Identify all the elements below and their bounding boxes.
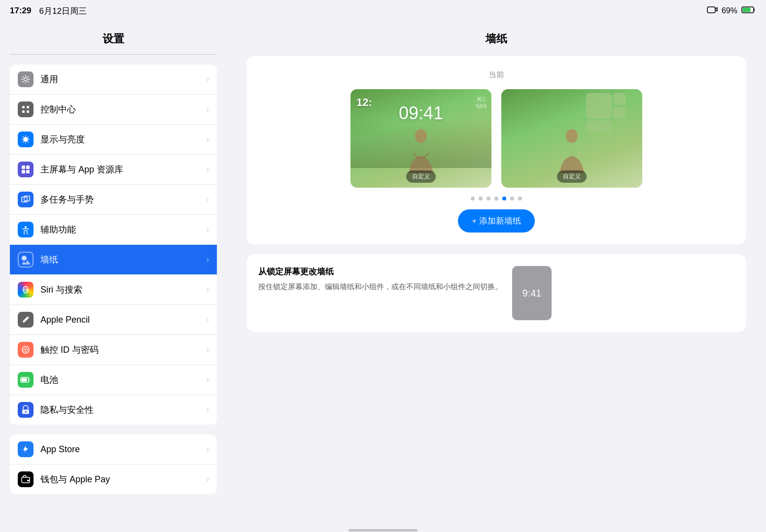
siri-label: Siri 与搜索 xyxy=(40,284,82,296)
sidebar-item-general[interactable]: 通用 › xyxy=(10,65,217,95)
touchid-label: 触控 ID 与密码 xyxy=(40,344,99,356)
svg-rect-11 xyxy=(22,170,25,173)
controlcenter-label: 控制中心 xyxy=(40,103,76,115)
general-label: 通用 xyxy=(40,73,58,85)
svg-rect-6 xyxy=(22,110,25,113)
status-time: 17:29 xyxy=(10,6,31,16)
svg-point-16 xyxy=(22,256,27,261)
sidebar-item-controlcenter[interactable]: 控制中心 › xyxy=(10,95,217,125)
from-lock-card: 从锁定屏幕更改墙纸 按住锁定屏幕添加、编辑墙纸和小组件，或在不同墙纸和小组件之间… xyxy=(246,254,746,332)
touchid-chevron: › xyxy=(207,345,209,354)
sidebar-item-privacy[interactable]: 隐私与安全性 › xyxy=(10,395,217,425)
svg-rect-10 xyxy=(26,166,30,169)
wallet-label: 钱包与 Apple Pay xyxy=(40,473,110,485)
battery-settings-icon xyxy=(18,372,34,388)
lock-time: 12: xyxy=(356,96,372,109)
siri-icon xyxy=(18,282,34,298)
applepencil-icon xyxy=(18,312,34,328)
from-lock-preview: 9:41 xyxy=(512,266,552,320)
settings-group-2: App Store › 钱包与 Apple Pay › xyxy=(10,434,217,494)
display-icon xyxy=(18,132,34,147)
lock-customize-btn[interactable]: 自定义 xyxy=(406,170,436,183)
battery-icon xyxy=(741,6,756,16)
homescreen-label: 主屏幕与 App 资源库 xyxy=(40,164,123,175)
camera-indicator-icon xyxy=(707,6,718,16)
dot-6 xyxy=(510,197,514,200)
accessibility-chevron: › xyxy=(207,225,209,234)
general-icon xyxy=(18,71,34,87)
current-label: 当前 xyxy=(260,70,732,80)
display-chevron: › xyxy=(207,135,209,144)
svg-rect-4 xyxy=(22,106,25,108)
privacy-label: 隐私与安全性 xyxy=(40,404,94,416)
sidebar-item-appstore[interactable]: App Store › xyxy=(10,434,217,465)
settings-group-1: 通用 › 控制中心 › xyxy=(10,65,217,425)
home-widgets xyxy=(586,93,639,133)
svg-point-30 xyxy=(415,129,427,143)
siri-chevron: › xyxy=(207,285,209,294)
svg-rect-2 xyxy=(743,8,751,12)
sidebar-item-accessibility[interactable]: 辅助功能 › xyxy=(10,215,217,245)
multitask-label: 多任务与手势 xyxy=(40,194,94,205)
multitask-icon xyxy=(18,192,34,207)
person-silhouette xyxy=(401,129,441,173)
battery-label: 电池 xyxy=(40,374,58,386)
svg-point-27 xyxy=(25,411,27,413)
appstore-icon xyxy=(18,441,34,457)
sidebar-item-display[interactable]: 显示与亮度 › xyxy=(10,125,217,155)
sidebar-item-touchid[interactable]: 触控 ID 与密码 › xyxy=(10,335,217,365)
sidebar: 设置 通用 › xyxy=(0,22,227,528)
home-screen-bg: 自定义 xyxy=(501,89,642,188)
svg-point-8 xyxy=(23,137,28,142)
lock-screen-bg: 12: 09:41 周三6月6 自定义 xyxy=(350,89,491,188)
accessibility-label: 辅助功能 xyxy=(40,224,76,235)
battery-chevron: › xyxy=(207,375,209,384)
sidebar-item-applepencil[interactable]: Apple Pencil › xyxy=(10,305,217,335)
main-container: 设置 通用 › xyxy=(0,22,766,528)
lock-screen-preview[interactable]: 12: 09:41 周三6月6 自定义 xyxy=(350,89,491,188)
privacy-icon xyxy=(18,402,34,418)
multitask-chevron: › xyxy=(207,195,209,204)
sidebar-item-battery[interactable]: 电池 › xyxy=(10,365,217,395)
home-person-silhouette xyxy=(552,129,592,173)
sidebar-item-wallpaper[interactable]: 墙纸 › xyxy=(10,245,217,275)
svg-rect-29 xyxy=(27,480,29,481)
sidebar-item-homescreen[interactable]: 主屏幕与 App 资源库 › xyxy=(10,155,217,185)
from-lock-text: 从锁定屏幕更改墙纸 按住锁定屏幕添加、编辑墙纸和小组件，或在不同墙纸和小组件之间… xyxy=(258,266,502,293)
wallpaper-chevron: › xyxy=(207,255,209,264)
dot-1 xyxy=(471,197,475,200)
sidebar-title: 设置 xyxy=(0,22,227,54)
lock-date: 周三6月6 xyxy=(476,96,487,110)
accessibility-icon xyxy=(18,222,34,237)
content-area: 墙纸 当前 12: 09:41 周三6月6 xyxy=(227,22,766,528)
svg-point-23 xyxy=(25,349,27,351)
dot-4 xyxy=(494,197,498,200)
sidebar-item-wallet[interactable]: 钱包与 Apple Pay › xyxy=(10,465,217,494)
add-wallpaper-button[interactable]: + 添加新墙纸 xyxy=(458,209,535,233)
svg-rect-9 xyxy=(22,166,25,169)
wallet-chevron: › xyxy=(207,475,209,484)
dot-5-active xyxy=(502,197,506,200)
dot-7 xyxy=(518,197,522,200)
sidebar-item-multitask[interactable]: 多任务与手势 › xyxy=(10,185,217,215)
home-screen-preview[interactable]: 自定义 xyxy=(501,89,642,188)
dot-3 xyxy=(487,197,490,200)
svg-rect-7 xyxy=(27,110,29,113)
wallet-icon xyxy=(18,471,34,487)
appstore-chevron: › xyxy=(207,445,209,454)
home-customize-btn[interactable]: 自定义 xyxy=(557,170,587,183)
display-label: 显示与亮度 xyxy=(40,133,85,145)
wallpaper-card: 当前 12: 09:41 周三6月6 xyxy=(246,56,746,244)
homescreen-icon xyxy=(18,162,34,177)
battery-percent: 69% xyxy=(722,6,737,15)
applepencil-chevron: › xyxy=(207,315,209,324)
svg-point-31 xyxy=(566,129,578,143)
homescreen-chevron: › xyxy=(207,165,209,174)
sidebar-item-siri[interactable]: Siri 与搜索 › xyxy=(10,275,217,305)
svg-point-3 xyxy=(24,78,28,81)
applepencil-label: Apple Pencil xyxy=(40,315,90,325)
status-bar: 17:29 6月12日周三 69% xyxy=(0,0,766,22)
home-indicator[interactable] xyxy=(348,529,418,532)
svg-rect-0 xyxy=(707,7,715,13)
status-right: 69% xyxy=(707,6,756,16)
